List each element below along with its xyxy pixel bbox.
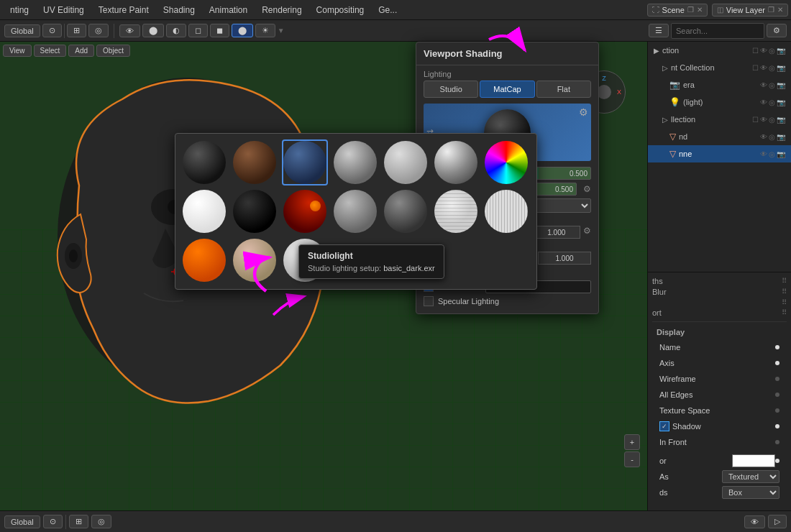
outliner-search-input[interactable] [671, 23, 764, 39]
matcap-cell-7[interactable] [483, 139, 529, 185]
render-icon-5[interactable]: 📷 [777, 133, 785, 141]
viewport-add-btn[interactable]: Add [68, 45, 94, 57]
outliner-item-camera[interactable]: 📷 era 👁 ◎ 📷 [648, 76, 791, 93]
matcap-cell-15[interactable] [181, 237, 227, 283]
axis-dot[interactable] [775, 361, 779, 365]
proportional-btn[interactable]: ◎ [88, 24, 109, 37]
viewport-object-btn[interactable]: Object [96, 45, 130, 57]
texturespace-dot[interactable] [775, 408, 779, 413]
gizmo-z-axis[interactable]: Z [602, 75, 606, 82]
viewport-shading-mat-btn[interactable]: ⬤ [232, 24, 253, 37]
flat-btn[interactable]: Flat [536, 81, 591, 98]
viewport-shading-wire-btn[interactable]: ◻ [188, 24, 208, 37]
checkbox-icon-1[interactable]: ☐ [752, 64, 759, 72]
global-mode-btn[interactable]: Global [4, 24, 40, 37]
render-icon-4[interactable]: 📷 [777, 116, 785, 124]
world-gear-icon[interactable]: ⚙ [583, 226, 591, 239]
render-icon-1[interactable]: 📷 [777, 64, 785, 72]
eye-icon-1[interactable]: 👁 [760, 64, 767, 72]
specular-checkbox[interactable] [424, 296, 434, 306]
shadow-checkbox[interactable]: ✓ [659, 421, 669, 431]
viewport-menu-btn[interactable]: View [3, 45, 32, 57]
matcap-cell-2[interactable] [232, 139, 278, 185]
alledges-dot[interactable] [775, 393, 779, 397]
as-select[interactable]: Textured Solid Wire [722, 470, 779, 483]
bottom-snap-btn[interactable]: ⊞ [69, 515, 88, 528]
matcap-cell-14[interactable] [483, 188, 529, 234]
render-icon-3[interactable]: 📷 [777, 98, 785, 106]
paths-header[interactable]: ths ⠿ [652, 277, 787, 285]
render-icon-0[interactable]: 📷 [777, 47, 785, 55]
eye-icon-3[interactable]: 👁 [760, 98, 767, 106]
zoom-out-btn[interactable]: - [624, 451, 640, 467]
bottom-prop-btn[interactable]: ◎ [91, 515, 111, 528]
viewlayer-close-btn[interactable]: ✕ [777, 6, 783, 14]
outliner-item-active-mesh[interactable]: ▽ nne 👁 ◎ 📷 [648, 145, 791, 162]
matcap-cell-12[interactable] [383, 188, 429, 234]
matcap-cell-11[interactable] [332, 188, 378, 234]
pivot-btn[interactable]: ⊙ [42, 24, 62, 37]
shadow-dot[interactable] [775, 424, 779, 428]
ds-select[interactable]: Box Sphere [722, 486, 779, 499]
camera-icon-0[interactable]: ◎ [769, 47, 775, 55]
menu-compositing[interactable]: Compositing [309, 4, 372, 17]
camera-icon-2[interactable]: ◎ [769, 81, 775, 89]
matcap-cell-8[interactable] [181, 188, 227, 234]
camera-icon-3[interactable]: ◎ [769, 98, 775, 106]
matcap-cell-6[interactable] [433, 139, 479, 185]
viewport-render-btn[interactable]: ⬤ [142, 24, 164, 37]
blur-row[interactable]: Blur ⠿ [652, 288, 787, 296]
menu-shading[interactable]: Shading [156, 4, 202, 17]
infront-dot[interactable] [775, 440, 779, 444]
studio-btn[interactable]: Studio [424, 81, 478, 98]
viewlayer-copy-btn[interactable]: ❐ [768, 6, 774, 14]
color-input[interactable] [732, 454, 775, 467]
outliner-filter-btn[interactable]: ☰ [649, 24, 669, 37]
menu-animation[interactable]: Animation [202, 4, 255, 17]
color-dot[interactable] [775, 459, 779, 463]
bottom-pivot-btn[interactable]: ⊙ [43, 515, 63, 528]
matcap-cell-3[interactable] [282, 139, 328, 185]
eye-icon-5[interactable]: 👁 [760, 133, 767, 141]
menu-nting[interactable]: nting [3, 4, 36, 17]
scene-close-btn[interactable]: ✕ [697, 6, 703, 14]
bottom-view-btn[interactable]: 👁 [744, 515, 765, 528]
camera-icon-1[interactable]: ◎ [769, 64, 775, 72]
menu-ge[interactable]: Ge... [371, 4, 404, 17]
menu-rendering[interactable]: Rendering [255, 4, 308, 17]
bottom-timeline-btn[interactable]: ▷ [768, 515, 787, 528]
matcap-settings-icon[interactable]: ⚙ [579, 106, 588, 118]
scene-copy-btn[interactable]: ❐ [687, 6, 694, 14]
matcap-cell-5[interactable] [383, 139, 429, 185]
render-icon-6[interactable]: 📷 [777, 150, 785, 158]
outliner-item-col2[interactable]: ▷ llection ☐ 👁 ◎ 📷 [648, 111, 791, 128]
shadow-gear-icon[interactable]: ⚙ [583, 184, 591, 194]
port-row[interactable]: ort ⠿ [652, 308, 787, 317]
outliner-filter2-btn[interactable]: ⚙ [767, 24, 787, 37]
matcap-cell-9[interactable] [232, 188, 278, 234]
world-valley-value[interactable]: 1.000 [533, 226, 581, 239]
matcap-btn[interactable]: MatCap [480, 81, 534, 98]
matcap-cell-4[interactable] [332, 139, 378, 185]
matcap-cell-1[interactable] [181, 139, 227, 185]
row3[interactable]: ⠿ [652, 298, 787, 306]
camera-icon-5[interactable]: ◎ [769, 133, 775, 141]
eye-icon-2[interactable]: 👁 [760, 81, 767, 89]
eye-icon-0[interactable]: 👁 [760, 47, 767, 55]
outliner-item-mesh[interactable]: ▽ nd 👁 ◎ 📷 [648, 128, 791, 145]
zoom-in-btn[interactable]: + [624, 434, 640, 450]
shading-dropdown-btn[interactable]: ▼ [278, 27, 285, 35]
matcap-cell-13[interactable] [433, 188, 479, 234]
render-icon-2[interactable]: 📷 [777, 81, 785, 89]
camera-icon-4[interactable]: ◎ [769, 116, 775, 124]
gizmo-center[interactable] [597, 85, 611, 99]
eye-icon-4[interactable]: 👁 [760, 116, 767, 124]
menu-uv-editing[interactable]: UV Editing [36, 4, 91, 17]
snap-btn[interactable]: ⊞ [67, 24, 86, 37]
menu-texture-paint[interactable]: Texture Paint [91, 4, 156, 17]
checkbox-icon-4[interactable]: ☐ [752, 116, 759, 124]
viewport-overlay-btn[interactable]: ◐ [166, 24, 186, 37]
screen-valley-value[interactable]: 1.000 [538, 252, 591, 265]
viewport-select-btn[interactable]: Select [34, 45, 67, 57]
camera-icon-6[interactable]: ◎ [769, 150, 775, 158]
